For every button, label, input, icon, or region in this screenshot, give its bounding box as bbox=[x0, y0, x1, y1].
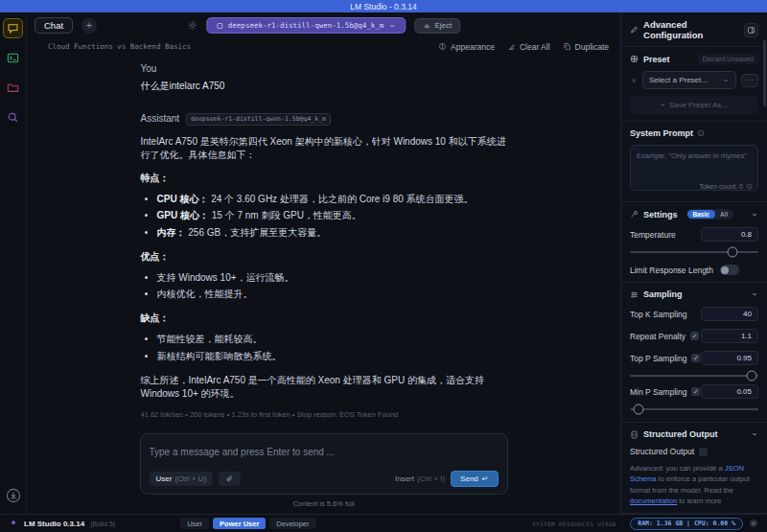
chevron-down-icon bbox=[751, 211, 758, 219]
structured-output-checkbox[interactable] bbox=[699, 448, 708, 456]
temperature-slider[interactable] bbox=[630, 246, 758, 257]
features-heading: 特点： bbox=[141, 172, 507, 185]
save-preset-as-label: Save Preset As... bbox=[669, 101, 728, 109]
tab-power-user[interactable]: Power User bbox=[213, 518, 266, 529]
nav-discover-icon[interactable] bbox=[4, 108, 22, 127]
top-p-label: Top P Sampling bbox=[630, 354, 686, 363]
preset-label: Preset bbox=[643, 55, 670, 64]
list-item: 支持 Windows 10+，运行流畅。 bbox=[157, 271, 507, 285]
pros-list: 支持 Windows 10+，运行流畅。 内核优化，性能提升。 bbox=[141, 271, 507, 301]
assistant-message: Assistant deepseek-r1-distill-qwen-1.5b@… bbox=[141, 112, 507, 429]
cons-heading: 缺点： bbox=[141, 312, 507, 325]
desc-text: to learn more bbox=[677, 497, 721, 505]
window-titlebar: LM Studio - 0.3.14 bbox=[0, 0, 767, 12]
gear-icon bbox=[749, 519, 758, 528]
slider-thumb[interactable] bbox=[747, 370, 757, 381]
structured-output-icon bbox=[630, 430, 639, 439]
eject-model-button[interactable]: Eject bbox=[414, 18, 460, 34]
assistant-intro: IntelArc A750 是英特尔第四代 Xeon 架构中的新核心，针对 Wi… bbox=[141, 135, 507, 162]
top-p-slider[interactable] bbox=[630, 370, 758, 381]
composer-area: User (Ctrl + U) Insert (Ctrl + I) Send bbox=[27, 429, 620, 514]
limit-response-toggle[interactable] bbox=[720, 265, 739, 275]
settings-all-tab[interactable]: All bbox=[715, 210, 732, 219]
settings-basic-tab[interactable]: Basic bbox=[687, 210, 715, 219]
clear-all-button[interactable]: Clear All bbox=[507, 42, 550, 52]
min-p-slider[interactable] bbox=[630, 404, 758, 414]
repeat-penalty-checkbox[interactable]: ✓ bbox=[690, 332, 699, 340]
close-icon bbox=[630, 77, 638, 84]
app-version-label: LM Studio 0.3.14 bbox=[24, 520, 84, 528]
send-button[interactable]: Send ↵ bbox=[451, 471, 498, 487]
tab-developer[interactable]: Developer bbox=[269, 518, 315, 529]
feature-head: GPU 核心： bbox=[157, 210, 209, 220]
list-item: 内存： 256 GB，支持扩展至更大容量。 bbox=[157, 226, 507, 240]
min-p-label: Min P Sampling bbox=[630, 387, 686, 397]
downloads-button[interactable] bbox=[4, 486, 22, 504]
list-item: 新核结构可能影响散热系统。 bbox=[157, 350, 507, 363]
slider-thumb[interactable] bbox=[634, 404, 644, 414]
model-selector[interactable]: deepseek-r1-distill-qwen-1.5b@q4_k_m bbox=[206, 17, 407, 34]
feature-head: CPU 核心： bbox=[157, 194, 209, 204]
new-chat-button[interactable]: + bbox=[81, 18, 97, 34]
structured-output-section: Structured Output Structured Output Adva… bbox=[621, 422, 767, 513]
structured-output-checkbox-label: Structured Output bbox=[630, 447, 694, 456]
chat-scroll-area[interactable]: You 什么是intelarc A750 Assistant deepseek-… bbox=[27, 55, 620, 429]
slider-thumb[interactable] bbox=[728, 246, 738, 257]
tab-user[interactable]: User bbox=[180, 518, 209, 529]
temperature-value[interactable]: 0.8 bbox=[701, 227, 758, 242]
send-label: Send bbox=[460, 474, 478, 483]
chevron-down-icon bbox=[751, 430, 758, 438]
duplicate-icon bbox=[563, 42, 571, 51]
duplicate-button[interactable]: Duplicate bbox=[563, 42, 609, 52]
status-settings-button[interactable] bbox=[749, 519, 758, 528]
speculative-decoding-section: Speculative Decoding BasicAll Draft Mode… bbox=[621, 513, 767, 514]
status-bar: LM Studio 0.3.14 (Build 5) User Power Us… bbox=[0, 514, 767, 532]
top-p-checkbox[interactable]: ✓ bbox=[691, 354, 700, 362]
panel-scrollbar[interactable] bbox=[763, 39, 766, 106]
preset-icon bbox=[630, 55, 639, 63]
settings-mode-toggle[interactable]: BasicAll bbox=[686, 209, 734, 220]
preset-more-button[interactable]: ··· bbox=[741, 74, 758, 87]
min-p-value[interactable]: 0.05 bbox=[701, 384, 758, 399]
model-settings-gear-button[interactable] bbox=[187, 20, 198, 31]
preset-select[interactable]: Select a Preset... bbox=[642, 71, 736, 89]
assistant-summary: 综上所述，IntelArc A750 是一个高性能的 Xeon 处理器和 GPU… bbox=[141, 374, 507, 401]
preset-select-value: Select a Preset... bbox=[649, 76, 708, 84]
repeat-penalty-value[interactable]: 1.1 bbox=[701, 329, 758, 343]
appearance-label: Appearance bbox=[451, 42, 495, 52]
documentation-link[interactable]: documentation bbox=[630, 497, 677, 505]
resources-usage-badge[interactable]: RAM: 1.36 GB | CPU: 0.00 % bbox=[630, 518, 743, 530]
top-p-value[interactable]: 0.95 bbox=[701, 351, 758, 365]
chat-tab[interactable]: Chat bbox=[35, 17, 73, 34]
insert-hint[interactable]: Insert (Ctrl + I) bbox=[395, 474, 445, 483]
list-item: CPU 核心： 24 个 3.60 GHz 处理器，比之前的 Core i9 8… bbox=[157, 193, 507, 206]
nav-developer-icon[interactable] bbox=[4, 49, 22, 67]
system-prompt-section: System Prompt Token count: 0 bbox=[621, 121, 767, 201]
feature-text: 256 GB，支持扩展至更大容量。 bbox=[186, 227, 327, 238]
message-input[interactable] bbox=[150, 447, 499, 457]
appearance-button[interactable]: Appearance bbox=[438, 42, 495, 52]
model-chip-icon bbox=[216, 22, 223, 30]
user-message: You 什么是intelarc A750 bbox=[141, 62, 507, 93]
collapse-panel-button[interactable] bbox=[744, 23, 758, 37]
advanced-config-panel: Advanced Configuration Preset Discard Un… bbox=[620, 12, 767, 514]
feature-text: 15 个 7 nm 刺段 GPU，性能更高。 bbox=[209, 210, 361, 220]
nav-chat-icon[interactable] bbox=[4, 19, 22, 37]
save-preset-as-button[interactable]: + Save Preset As... bbox=[630, 96, 758, 114]
discard-unsaved-button[interactable]: Discard Unsaved bbox=[698, 54, 758, 64]
build-label: (Build 5) bbox=[90, 520, 115, 527]
insert-label: Insert bbox=[395, 474, 414, 483]
clear-preset-button[interactable] bbox=[630, 77, 638, 84]
assistant-role-label: Assistant bbox=[141, 112, 180, 126]
settings-section: Settings BasicAll Temperature 0.8 Limit … bbox=[621, 201, 767, 282]
list-item: 内核优化，性能提升。 bbox=[157, 288, 507, 301]
features-list: CPU 核心： 24 个 3.60 GHz 处理器，比之前的 Core i9 8… bbox=[141, 193, 507, 240]
nav-models-icon[interactable] bbox=[4, 79, 22, 97]
user-role-label: You bbox=[141, 62, 507, 76]
feature-head: 内存： bbox=[157, 227, 186, 238]
role-user-button[interactable]: User (Ctrl + U) bbox=[150, 472, 214, 486]
min-p-checkbox[interactable]: ✓ bbox=[691, 387, 700, 396]
top-k-value[interactable]: 40 bbox=[701, 307, 758, 321]
composer-box[interactable]: User (Ctrl + U) Insert (Ctrl + I) Send bbox=[140, 433, 508, 495]
attach-file-button[interactable] bbox=[219, 472, 241, 486]
